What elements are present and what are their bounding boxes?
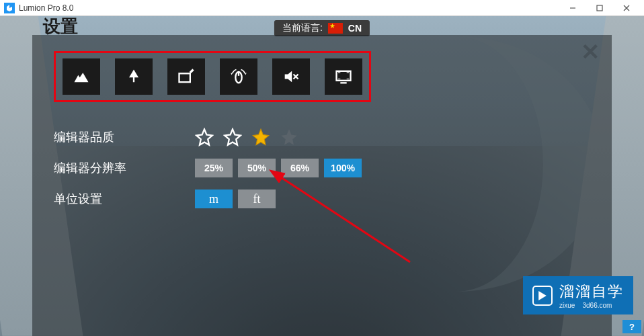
help-button[interactable]: ? bbox=[622, 320, 641, 333]
mouse-rotate-icon bbox=[229, 67, 248, 86]
units-row: 单位设置 m ft bbox=[54, 190, 590, 208]
close-panel-button[interactable]: ✕ bbox=[581, 40, 600, 63]
play-icon bbox=[532, 286, 553, 306]
window-title: Lumion Pro 8.0 bbox=[19, 3, 73, 13]
quality-stars bbox=[195, 128, 298, 146]
unit-meters[interactable]: m bbox=[195, 190, 233, 208]
language-code: CN bbox=[348, 23, 362, 34]
tab-display[interactable] bbox=[325, 58, 362, 95]
resolution-66[interactable]: 66% bbox=[281, 159, 319, 177]
resolution-options: 25% 50% 66% 100% bbox=[195, 159, 362, 177]
mountain-icon bbox=[72, 67, 91, 86]
resolution-25[interactable]: 25% bbox=[195, 159, 233, 177]
resolution-100[interactable]: 100% bbox=[324, 159, 362, 177]
units-options: m ft bbox=[195, 190, 276, 208]
minimize-button[interactable] bbox=[559, 0, 586, 16]
watermark-sub-right: 3d66.com bbox=[582, 302, 612, 309]
tab-landscape[interactable] bbox=[63, 58, 100, 95]
close-window-button[interactable] bbox=[613, 0, 640, 16]
editor-resolution-row: 编辑器分辨率 25% 50% 66% 100% bbox=[54, 159, 590, 177]
units-label: 单位设置 bbox=[54, 191, 195, 207]
watermark-badge: 溜溜自学 zixue 3d66.com bbox=[523, 276, 633, 314]
tab-nature[interactable] bbox=[115, 58, 153, 95]
editor-quality-label: 编辑器品质 bbox=[54, 129, 195, 145]
quality-star-1[interactable] bbox=[195, 128, 214, 146]
app-icon bbox=[4, 3, 15, 13]
monitor-icon bbox=[334, 67, 353, 86]
flag-icon bbox=[328, 23, 343, 34]
tablet-pen-icon bbox=[177, 67, 196, 86]
unit-feet[interactable]: ft bbox=[238, 190, 276, 208]
watermark-sub-left: zixue bbox=[559, 302, 575, 309]
mute-icon bbox=[282, 67, 300, 86]
window-titlebar: Lumion Pro 8.0 bbox=[0, 0, 644, 16]
tab-navigation[interactable] bbox=[220, 58, 257, 95]
editor-resolution-label: 编辑器分辨率 bbox=[54, 160, 195, 176]
annotation-highlight-box bbox=[54, 51, 371, 102]
language-prefix: 当前语言: bbox=[282, 22, 323, 34]
tab-audio[interactable] bbox=[272, 58, 310, 95]
svg-rect-4 bbox=[179, 73, 190, 82]
tree-icon bbox=[124, 67, 143, 86]
resolution-50[interactable]: 50% bbox=[238, 159, 276, 177]
language-indicator[interactable]: 当前语言: CN bbox=[274, 20, 370, 36]
svg-rect-1 bbox=[597, 5, 602, 11]
tab-tablet[interactable] bbox=[167, 58, 205, 95]
editor-quality-row: 编辑器品质 bbox=[54, 128, 590, 146]
quality-star-3[interactable] bbox=[251, 128, 270, 146]
maximize-button[interactable] bbox=[586, 0, 613, 16]
quality-star-4[interactable] bbox=[280, 128, 298, 146]
watermark-brand: 溜溜自学 bbox=[559, 283, 624, 300]
quality-star-2[interactable] bbox=[223, 128, 242, 146]
settings-tab-row bbox=[63, 58, 362, 95]
